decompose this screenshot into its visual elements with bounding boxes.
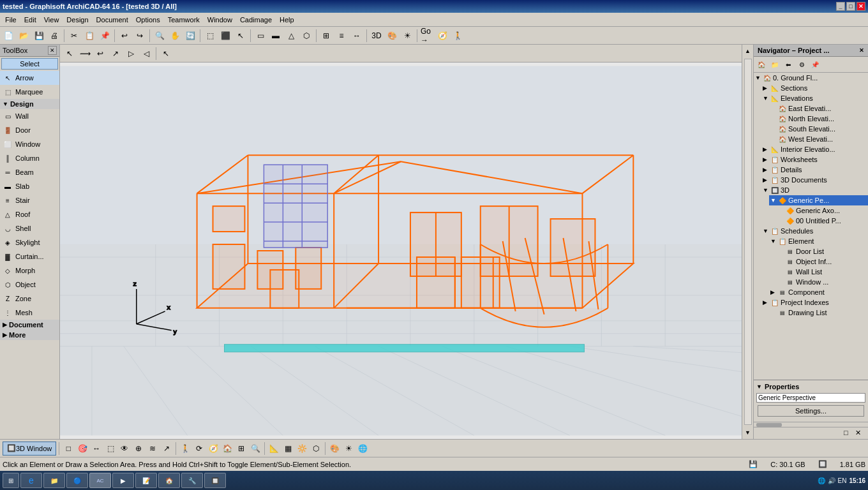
bt-btn-13[interactable]: ⊞ (235, 442, 248, 455)
taskbar-firefox-btn[interactable]: 🔵 (66, 473, 88, 488)
zoom-button[interactable]: 🔍 (153, 29, 167, 43)
bt-btn-21[interactable]: 🌐 (356, 442, 369, 455)
print-button[interactable]: 🖨 (47, 29, 61, 43)
redo-button[interactable]: ↪ (133, 29, 147, 43)
taskbar-btn6[interactable]: 📝 (135, 473, 157, 488)
bt-btn-1[interactable]: □ (62, 442, 75, 455)
nav-resize-btn2[interactable]: ✕ (855, 429, 867, 438)
taskbar-btn8[interactable]: 🔧 (181, 473, 203, 488)
vp-btn-6[interactable]: ◁ (139, 47, 153, 61)
nav-folder-btn[interactable]: 📁 (768, 58, 781, 71)
menu-window[interactable]: Window (204, 15, 236, 25)
menu-file[interactable]: File (1, 15, 20, 25)
tool-wall[interactable]: ▭ Wall (0, 109, 59, 123)
tool-curtain[interactable]: ▓ Curtain... (0, 249, 59, 264)
sun-button[interactable]: ☀ (400, 29, 414, 43)
walk-button[interactable]: 🚶 (451, 29, 465, 43)
bt-btn-7[interactable]: ≋ (146, 442, 159, 455)
nav-item-east-elev[interactable]: 🏠 East Elevati... (769, 103, 868, 114)
menu-document[interactable]: Document (93, 15, 132, 25)
tool-object[interactable]: ⬡ Object (0, 278, 59, 292)
nav-item-details[interactable]: ▶ 📋 Details (761, 165, 868, 175)
nav-item-drawing-list[interactable]: ▤ Drawing List (769, 308, 868, 318)
tool-morph[interactable]: ◇ Morph (0, 264, 59, 278)
toolbox-close-button[interactable]: ✕ (48, 46, 57, 55)
tool-mesh[interactable]: ⋮ Mesh (0, 306, 59, 320)
tool-roof[interactable]: △ Roof (0, 207, 59, 221)
menu-design[interactable]: Design (63, 15, 92, 25)
nav-item-00-untitled[interactable]: 🔶 00 Untitled P... (777, 216, 868, 226)
tool-zone[interactable]: Z Zone (0, 292, 59, 306)
3d-window-button[interactable]: 🔲 3D Window (3, 442, 56, 456)
tool-column[interactable]: ║ Column (0, 151, 59, 165)
vp-btn-1[interactable]: ↖ (63, 47, 77, 61)
minimize-button[interactable]: _ (836, 2, 845, 11)
menu-teamwork[interactable]: Teamwork (164, 15, 204, 25)
nav-item-interior-elev[interactable]: ▶ 📐 Interior Elevatio... (761, 144, 868, 154)
new-button[interactable]: 📄 (1, 29, 15, 43)
tool-shell[interactable]: ◡ Shell (0, 221, 59, 235)
nav-item-generic-axo[interactable]: 🔶 Generic Axo... (777, 205, 868, 216)
nav-item-3d[interactable]: ▼ 🔲 3D (761, 185, 868, 195)
nav-item-object-info[interactable]: ▤ Object Inf... (777, 256, 868, 267)
3d-button[interactable]: 3D (370, 29, 384, 43)
vert-scroll-up[interactable]: ▲ (743, 46, 753, 56)
vert-scroll-down[interactable]: ▼ (743, 427, 753, 438)
nav-item-schedules[interactable]: ▼ 📋 Schedules (761, 226, 868, 236)
nav-item-floor[interactable]: ▼ 🏠 0. Ground Fl... (754, 73, 868, 83)
layers-button[interactable]: ≡ (334, 29, 348, 43)
bt-btn-3[interactable]: ↔ (90, 442, 103, 455)
undo-button[interactable]: ↩ (117, 29, 131, 43)
bt-btn-16[interactable]: ▦ (281, 442, 294, 455)
taskbar-archicad-btn[interactable]: AC (89, 473, 111, 488)
nav-home-btn[interactable]: 🏠 (755, 58, 768, 71)
tool-skylight[interactable]: ◈ Skylight (0, 235, 59, 249)
dimensions-button[interactable]: ↔ (350, 29, 364, 43)
open-button[interactable]: 📂 (17, 29, 31, 43)
vp-btn-3[interactable]: ↩ (93, 47, 107, 61)
nav-pin-btn[interactable]: 📌 (809, 58, 821, 71)
nav-item-wall-list[interactable]: ▤ Wall List (777, 267, 868, 277)
vp-btn-5[interactable]: ▷ (124, 47, 138, 61)
slab-tool-button[interactable]: ▬ (269, 29, 283, 43)
navigator-close-btn[interactable]: ✕ (859, 47, 864, 54)
object-tool-button[interactable]: ⬡ (299, 29, 313, 43)
tool-marquee[interactable]: ⬚ Marquee (0, 85, 59, 99)
nav-item-window-list[interactable]: ▤ Window ... (777, 277, 868, 287)
menu-edit[interactable]: Edit (20, 15, 40, 25)
tool-beam[interactable]: ═ Beam (0, 165, 59, 179)
save-button[interactable]: 💾 (32, 29, 46, 43)
tool-door[interactable]: 🚪 Door (0, 123, 59, 137)
bt-btn-10[interactable]: ⟳ (193, 442, 206, 455)
nav-resize-btn1[interactable]: □ (844, 429, 855, 438)
nav-item-project-indexes[interactable]: ▶ 📋 Project Indexes (761, 297, 868, 308)
select-all-button[interactable]: ⬚ (203, 29, 217, 43)
maximize-button[interactable]: □ (846, 2, 855, 11)
tool-slab[interactable]: ▬ Slab (0, 179, 59, 193)
bt-btn-6[interactable]: ⊕ (132, 442, 145, 455)
navigate-button[interactable]: 🧭 (435, 29, 449, 43)
bt-btn-17[interactable]: 🔆 (296, 442, 308, 455)
bt-btn-12[interactable]: 🏠 (221, 442, 234, 455)
menu-view[interactable]: View (40, 15, 63, 25)
pan-button[interactable]: ✋ (168, 29, 182, 43)
wall-tool-button[interactable]: ▭ (253, 29, 267, 43)
bt-btn-19[interactable]: 🎨 (328, 442, 341, 455)
paste-button[interactable]: 📌 (98, 29, 112, 43)
bt-btn-5[interactable]: 👁 (118, 442, 131, 455)
nav-item-generic-pe[interactable]: ▼ 🔶 Generic Pe... (769, 195, 868, 205)
menu-options[interactable]: Options (132, 15, 164, 25)
nav-item-sections[interactable]: ▶ 📐 Sections (761, 83, 868, 93)
vp-btn-2[interactable]: ⟿ (78, 47, 92, 61)
bt-btn-18[interactable]: ⬡ (310, 442, 322, 455)
settings-button[interactable]: Settings... (758, 405, 864, 417)
rotate-button[interactable]: 🔄 (183, 29, 197, 43)
nav-item-component[interactable]: ▶ ▤ Component (769, 287, 868, 297)
vp-cursor-btn[interactable]: ↖ (159, 47, 173, 61)
bt-btn-8[interactable]: ↗ (160, 442, 173, 455)
nav-settings-btn[interactable]: ⚙ (795, 58, 808, 71)
arrow-tool-button[interactable]: ↖ (234, 29, 248, 43)
close-button[interactable]: ✕ (857, 2, 865, 11)
taskbar-btn9[interactable]: 🔲 (204, 473, 226, 488)
cut-button[interactable]: ✂ (67, 29, 81, 43)
